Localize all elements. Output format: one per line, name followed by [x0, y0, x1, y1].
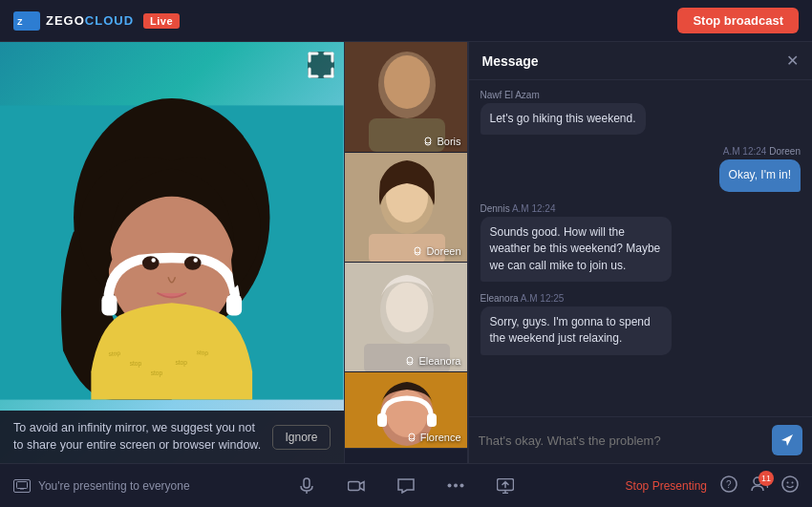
chat-close-button[interactable]: ✕	[786, 52, 799, 70]
help-button[interactable]: ?	[720, 475, 737, 496]
eleanora-label: Eleanora	[405, 355, 460, 367]
svg-point-19	[384, 55, 430, 109]
avatars-row: B G	[345, 456, 467, 463]
main-content: stop stop stop stop stop To avoid an inf…	[0, 42, 812, 463]
mic-button[interactable]	[290, 470, 323, 502]
participants-panel: Boris Doreen	[344, 42, 468, 463]
florence-label: Florence	[407, 432, 461, 443]
msg-meta-1: Nawf El Azam	[481, 90, 801, 100]
participant-eleanora[interactable]: Eleanora	[345, 262, 467, 371]
camera-icon	[348, 479, 365, 493]
warning-banner: To avoid an infinity mirror, we suggest …	[0, 411, 344, 463]
main-video-svg: stop stop stop stop stop	[0, 42, 344, 463]
header: Z ZEGOCLOUD Live Stop broadcast	[0, 0, 812, 42]
svg-rect-35	[377, 413, 387, 427]
chat-input-row	[469, 416, 813, 463]
main-video: stop stop stop stop stop	[0, 42, 344, 463]
header-left: Z ZEGOCLOUD Live	[13, 11, 180, 31]
avatars-section: B G 6 others	[345, 448, 467, 463]
message-3: Dennis A.M 12:24 Sounds good. How will t…	[481, 203, 801, 282]
msg-bubble-1: Let's go hiking this weekend.	[481, 103, 646, 135]
send-icon	[780, 433, 794, 447]
logo: Z ZEGOCLOUD	[13, 11, 134, 31]
send-button[interactable]	[772, 425, 802, 455]
live-badge: Live	[143, 13, 180, 29]
boris-label: Boris	[423, 136, 460, 147]
help-icon: ?	[720, 475, 737, 493]
message-1: Nawf El Azam Let's go hiking this weeken…	[481, 90, 801, 135]
participants-button[interactable]: 11	[751, 476, 768, 496]
svg-text:stop: stop	[130, 360, 142, 368]
logo-cloud: CLOUD	[85, 13, 134, 28]
svg-point-53	[792, 481, 794, 483]
svg-point-31	[407, 357, 413, 363]
more-button[interactable]	[439, 470, 472, 502]
emoji-button[interactable]	[781, 475, 799, 496]
mic-icon-doreen	[413, 246, 422, 256]
svg-point-51	[782, 476, 798, 492]
participant-florence[interactable]: Florence	[345, 371, 467, 448]
warning-text: To avoid an infinity mirror, we suggest …	[13, 420, 263, 454]
bottom-left: You're presenting to everyone	[13, 479, 190, 493]
screenshare-icon	[497, 478, 514, 494]
screen-share-icon	[13, 479, 31, 493]
chat-title: Message	[482, 53, 539, 69]
svg-rect-42	[349, 481, 360, 490]
presenting-text: You're presenting to everyone	[38, 479, 190, 493]
svg-point-38	[409, 433, 415, 439]
logo-icon: Z	[13, 11, 40, 31]
chat-input[interactable]	[479, 433, 765, 448]
svg-rect-7	[226, 295, 242, 316]
message-2: A.M 12:24 Doreen Okay, I'm in!	[481, 146, 801, 191]
svg-point-10	[151, 258, 155, 262]
bottom-center	[290, 470, 522, 502]
msg-bubble-2: Okay, I'm in!	[719, 159, 801, 191]
msg-meta-4: Eleanora A.M 12:25	[481, 293, 801, 304]
svg-point-9	[184, 256, 202, 270]
stop-presenting-link[interactable]: Stop Presenting	[626, 479, 707, 493]
participants-badge: 11	[759, 471, 774, 486]
svg-text:Z: Z	[17, 17, 23, 27]
bottom-right: Stop Presenting ? 11	[626, 475, 799, 496]
ignore-button[interactable]: Ignore	[272, 425, 330, 450]
participant-boris[interactable]: Boris	[345, 42, 467, 152]
chat-button[interactable]	[390, 470, 422, 502]
msg-bubble-4: Sorry, guys. I'm gonna to spend the week…	[481, 306, 672, 355]
svg-point-21	[425, 137, 431, 143]
participant-doreen[interactable]: Doreen	[345, 152, 467, 262]
msg-meta-3: Dennis A.M 12:24	[481, 203, 801, 214]
video-area: stop stop stop stop stop To avoid an inf…	[0, 42, 344, 463]
camera-button[interactable]	[340, 470, 373, 502]
logo-text: ZEGOCLOUD	[46, 13, 134, 28]
screenshare-button[interactable]	[489, 470, 522, 502]
more-icon	[447, 483, 464, 488]
svg-text:stop: stop	[175, 359, 187, 367]
mic-icon-florence	[407, 433, 417, 442]
svg-text:?: ?	[726, 479, 732, 490]
svg-point-29	[386, 283, 428, 332]
expand-button[interactable]	[308, 52, 334, 78]
svg-point-8	[142, 256, 160, 270]
svg-point-26	[415, 247, 420, 253]
bottom-bar: You're presenting to everyone	[0, 463, 812, 507]
chat-icon	[397, 478, 415, 494]
svg-rect-39	[17, 482, 28, 489]
svg-point-11	[193, 258, 197, 262]
chat-panel: Message ✕ Nawf El Azam Let's go hiking t…	[468, 42, 813, 463]
stop-broadcast-button[interactable]: Stop broadcast	[677, 8, 799, 33]
svg-point-52	[787, 481, 789, 483]
message-4: Eleanora A.M 12:25 Sorry, guys. I'm gonn…	[481, 293, 801, 355]
svg-rect-6	[101, 295, 117, 316]
mic-icon-boris	[423, 137, 433, 146]
svg-point-43	[448, 484, 452, 488]
expand-icon	[308, 52, 334, 78]
chat-header: Message ✕	[469, 42, 813, 80]
mic-icon	[298, 477, 315, 495]
chat-messages: Nawf El Azam Let's go hiking this weeken…	[469, 80, 813, 416]
msg-bubble-3: Sounds good. How will the weather be thi…	[481, 217, 672, 282]
svg-point-44	[454, 484, 458, 488]
emoji-icon	[781, 475, 799, 493]
msg-meta-2: A.M 12:24 Doreen	[723, 146, 801, 157]
logo-zego: ZEGO	[46, 13, 85, 28]
doreen-label: Doreen	[413, 245, 460, 257]
